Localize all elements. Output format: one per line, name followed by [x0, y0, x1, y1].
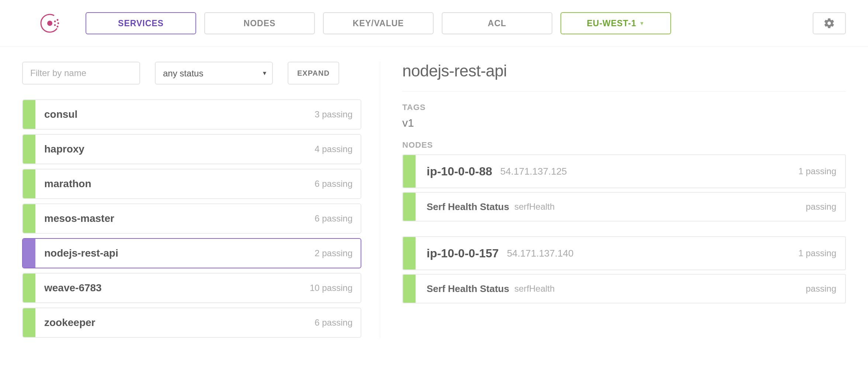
- node-name: ip-10-0-0-157: [416, 247, 499, 260]
- service-list: consul3 passinghaproxy4 passingmarathon6…: [22, 99, 361, 338]
- service-name: weave-6783: [35, 282, 310, 294]
- service-row[interactable]: consul3 passing: [22, 99, 361, 130]
- status-swatch: [23, 274, 35, 302]
- nav-acl-label: ACL: [488, 18, 506, 28]
- nav-tabs: SERVICES NODES KEY/VALUE ACL EU-WEST-1 ▼: [86, 12, 805, 34]
- node-header[interactable]: ip-10-0-0-8854.171.137.1251 passing: [402, 154, 846, 188]
- service-row[interactable]: haproxy4 passing: [22, 134, 361, 164]
- nav-keyvalue[interactable]: KEY/VALUE: [323, 12, 434, 34]
- nodes-container: ip-10-0-0-8854.171.137.1251 passingSerf …: [402, 154, 846, 303]
- status-swatch: [23, 308, 35, 337]
- service-name: mesos-master: [35, 213, 315, 224]
- node-ip: 54.171.137.125: [492, 166, 567, 177]
- service-status: 6 passing: [315, 318, 361, 328]
- health-check-row[interactable]: Serf Health StatusserfHealthpassing: [402, 274, 846, 303]
- node-status: 1 passing: [798, 248, 845, 258]
- detail-title: nodejs-rest-api: [402, 62, 846, 80]
- nav-nodes[interactable]: NODES: [204, 12, 315, 34]
- check-id: serfHealth: [509, 284, 555, 294]
- service-status: 10 passing: [310, 283, 361, 293]
- node-status: 1 passing: [798, 166, 845, 176]
- status-swatch: [23, 169, 35, 198]
- check-status: passing: [806, 202, 845, 212]
- status-swatch: [23, 239, 35, 268]
- service-status: 6 passing: [315, 213, 361, 224]
- node-block: ip-10-0-0-8854.171.137.1251 passingSerf …: [402, 154, 846, 222]
- detail-divider: [402, 91, 846, 92]
- service-row[interactable]: weave-678310 passing: [22, 273, 361, 303]
- service-row[interactable]: marathon6 passing: [22, 169, 361, 199]
- svg-point-2: [54, 21, 56, 23]
- nav-nodes-label: NODES: [244, 18, 276, 28]
- nav-keyvalue-label: KEY/VALUE: [353, 18, 404, 28]
- service-row[interactable]: nodejs-rest-api2 passing: [22, 238, 361, 268]
- service-name: nodejs-rest-api: [35, 247, 315, 259]
- service-name: zookeeper: [35, 317, 315, 329]
- node-ip: 54.171.137.140: [499, 248, 574, 259]
- check-name: Serf Health Status: [416, 283, 509, 295]
- node-name: ip-10-0-0-88: [416, 165, 492, 178]
- service-status: 4 passing: [315, 144, 361, 154]
- status-swatch: [23, 100, 35, 129]
- chevron-down-icon: ▼: [639, 20, 645, 26]
- svg-point-1: [47, 21, 52, 26]
- nav-services[interactable]: SERVICES: [86, 12, 196, 34]
- status-swatch: [403, 193, 416, 221]
- nav-acl[interactable]: ACL: [442, 12, 552, 34]
- svg-point-6: [57, 26, 59, 28]
- services-panel: any status ▾ EXPAND consul3 passinghapro…: [22, 62, 376, 338]
- service-name: consul: [35, 109, 315, 120]
- panel-divider: [380, 62, 380, 338]
- status-swatch: [403, 275, 416, 303]
- status-swatch: [403, 155, 416, 188]
- check-id: serfHealth: [509, 202, 555, 212]
- service-status: 3 passing: [315, 109, 361, 120]
- nav-region-label: EU-WEST-1: [587, 18, 636, 28]
- status-swatch: [23, 204, 35, 233]
- service-status: 6 passing: [315, 179, 361, 189]
- node-header[interactable]: ip-10-0-0-15754.171.137.1401 passing: [402, 236, 846, 270]
- main-content: any status ▾ EXPAND consul3 passinghapro…: [0, 47, 868, 353]
- consul-logo-icon: [39, 13, 60, 34]
- node-block: ip-10-0-0-15754.171.137.1401 passingSerf…: [402, 236, 846, 303]
- nav-region-dropdown[interactable]: EU-WEST-1 ▼: [560, 12, 671, 34]
- services-controls: any status ▾ EXPAND: [22, 62, 361, 85]
- status-swatch: [23, 135, 35, 164]
- service-status: 2 passing: [315, 248, 361, 258]
- service-detail-panel: nodejs-rest-api TAGS v1 NODES ip-10-0-0-…: [384, 62, 846, 338]
- filter-input[interactable]: [22, 62, 140, 85]
- tags-value: v1: [402, 117, 846, 129]
- check-status: passing: [806, 284, 845, 294]
- expand-button[interactable]: EXPAND: [288, 62, 339, 85]
- top-nav: SERVICES NODES KEY/VALUE ACL EU-WEST-1 ▼: [0, 0, 868, 47]
- tags-label: TAGS: [402, 103, 846, 112]
- health-check-row[interactable]: Serf Health StatusserfHealthpassing: [402, 192, 846, 222]
- status-swatch: [403, 237, 416, 270]
- svg-point-4: [57, 19, 59, 21]
- svg-point-3: [54, 24, 56, 26]
- status-select[interactable]: any status: [155, 62, 273, 85]
- status-select-wrap: any status ▾: [155, 62, 273, 85]
- nav-services-label: SERVICES: [118, 18, 164, 28]
- service-name: marathon: [35, 178, 315, 190]
- check-name: Serf Health Status: [416, 201, 509, 213]
- settings-button[interactable]: [813, 12, 846, 34]
- gear-icon: [823, 17, 835, 29]
- svg-point-5: [58, 23, 59, 24]
- service-name: haproxy: [35, 143, 315, 155]
- service-row[interactable]: mesos-master6 passing: [22, 203, 361, 234]
- nodes-label: NODES: [402, 140, 846, 150]
- service-row[interactable]: zookeeper6 passing: [22, 308, 361, 338]
- consul-logo: [37, 10, 63, 36]
